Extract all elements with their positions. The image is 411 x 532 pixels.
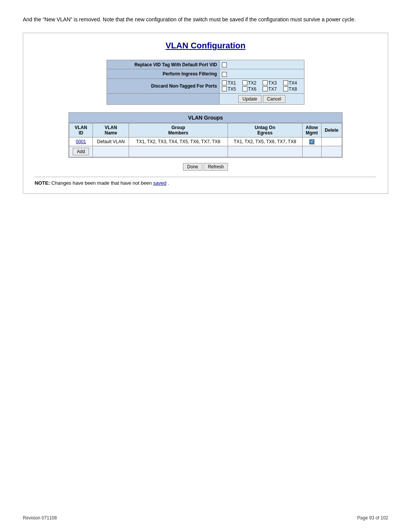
add-button-cell: Add: [69, 146, 93, 157]
note-section: NOTE: Changes have been made that have n…: [35, 177, 376, 186]
allow-mgmt-checkbox[interactable]: [309, 139, 314, 144]
ingress-filter-checkbox[interactable]: [222, 72, 227, 77]
port-tx6-label: TX6: [248, 86, 256, 92]
update-button[interactable]: Update: [238, 95, 261, 103]
port-tx3-checkbox[interactable]: [263, 80, 268, 85]
add-row-empty-2: [93, 146, 129, 157]
done-button[interactable]: Done: [183, 163, 202, 171]
col-header-vlan-name: VLANName: [93, 123, 129, 137]
port-checkboxes-grid: TX1 TX2 TX3 TX4: [222, 80, 302, 92]
footer-page-info: Page 93 of 102: [357, 515, 388, 521]
note-label: NOTE:: [35, 180, 50, 186]
add-row-empty-6: [321, 146, 342, 157]
add-row-empty-5: [302, 146, 321, 157]
discard-nontagged-row: Discard Non-Tagged For Ports TX1 TX2 TX3: [107, 78, 304, 93]
port-tx8-checkbox[interactable]: [283, 86, 288, 91]
replace-vid-checkbox[interactable]: [222, 62, 227, 67]
config-form-table: Replace VID Tag With Default Port VID Pe…: [107, 60, 304, 104]
port-tx6-item: TX6: [242, 86, 261, 92]
allow-mgmt-cell: [302, 137, 321, 146]
port-tx5-checkbox[interactable]: [222, 86, 227, 91]
form-buttons-cell: Update Cancel: [220, 93, 304, 104]
replace-vid-label: Replace VID Tag With Default Port VID: [107, 60, 220, 69]
note-saved-link[interactable]: saved: [153, 180, 167, 186]
table-row: 0001 Default VLAN TX1, TX2, TX3, TX4, TX…: [69, 137, 342, 146]
group-members-cell: TX1, TX2, TX3, TX4, TX5, TX6, TX7, TX8: [129, 137, 228, 146]
discard-nontagged-label: Discard Non-Tagged For Ports: [107, 78, 220, 93]
port-tx4-checkbox[interactable]: [283, 80, 288, 85]
add-row: Add: [69, 146, 342, 157]
port-tx4-item: TX4: [283, 80, 302, 86]
page-title: VLAN Configuration: [35, 41, 376, 51]
footer-revision: Revision 071108: [23, 515, 57, 521]
ingress-filter-label: Perform Ingress Filtering: [107, 69, 220, 78]
untag-egress-cell: TX1, TX2, TX5, TX6, TX7, TX8: [228, 137, 302, 146]
port-tx8-label: TX8: [289, 86, 297, 92]
col-header-untag-egress: Untag OnEgress: [228, 123, 302, 137]
vlan-id-link[interactable]: 0001: [76, 139, 86, 144]
add-row-empty-3: [129, 146, 228, 157]
port-tx6-checkbox[interactable]: [242, 86, 247, 91]
vlan-groups-title: VLAN Groups: [69, 113, 342, 123]
port-tx3-item: TX3: [263, 80, 281, 86]
refresh-button[interactable]: Refresh: [204, 163, 228, 171]
col-header-allow-mgmt: AllowMgmt: [302, 123, 321, 137]
vlan-groups-section: VLAN Groups VLANID VLANName GroupMembers…: [68, 112, 342, 158]
note-suffix: .: [168, 180, 169, 186]
port-tx7-checkbox[interactable]: [263, 86, 268, 91]
replace-vid-value: [220, 60, 304, 69]
port-tx2-label: TX2: [248, 80, 256, 86]
vlan-groups-table: VLANID VLANName GroupMembers Untag OnEgr…: [69, 123, 342, 157]
discard-nontagged-ports: TX1 TX2 TX3 TX4: [220, 78, 304, 93]
col-header-vlan-id: VLANID: [69, 123, 93, 137]
replace-vid-row: Replace VID Tag With Default Port VID: [107, 60, 304, 69]
port-tx1-checkbox[interactable]: [222, 80, 227, 85]
form-buttons-label-cell: [107, 93, 220, 104]
page-footer: Revision 071108 Page 93 of 102: [23, 515, 388, 521]
col-header-delete: Delete: [321, 123, 342, 137]
vlan-name-cell: Default VLAN: [93, 137, 129, 146]
cancel-button[interactable]: Cancel: [263, 95, 285, 103]
port-tx1-item: TX1: [222, 80, 241, 86]
port-tx1-label: TX1: [228, 80, 236, 86]
port-tx7-item: TX7: [263, 86, 281, 92]
add-row-empty-4: [228, 146, 302, 157]
note-text: Changes have been made that have not bee…: [51, 180, 153, 186]
form-buttons-row: Update Cancel: [107, 93, 304, 104]
port-tx4-label: TX4: [289, 80, 297, 86]
vlan-table-header-row: VLANID VLANName GroupMembers Untag OnEgr…: [69, 123, 342, 137]
col-header-group-members: GroupMembers: [129, 123, 228, 137]
delete-cell: [321, 137, 342, 146]
port-tx3-label: TX3: [268, 80, 277, 86]
intro-paragraph: And the “New VLAN” is removed. Note that…: [23, 15, 388, 24]
vlan-id-cell: 0001: [69, 137, 93, 146]
port-tx7-label: TX7: [268, 86, 277, 92]
add-button[interactable]: Add: [73, 148, 89, 155]
bottom-buttons: Done Refresh: [35, 163, 376, 171]
main-panel: VLAN Configuration Replace VID Tag With …: [23, 33, 388, 193]
ingress-filter-row: Perform Ingress Filtering: [107, 69, 304, 78]
port-tx8-item: TX8: [283, 86, 302, 92]
port-tx2-checkbox[interactable]: [242, 80, 247, 85]
ingress-filter-value: [220, 69, 304, 78]
port-tx5-item: TX5: [222, 86, 241, 92]
port-tx5-label: TX5: [228, 86, 236, 92]
port-tx2-item: TX2: [242, 80, 261, 86]
